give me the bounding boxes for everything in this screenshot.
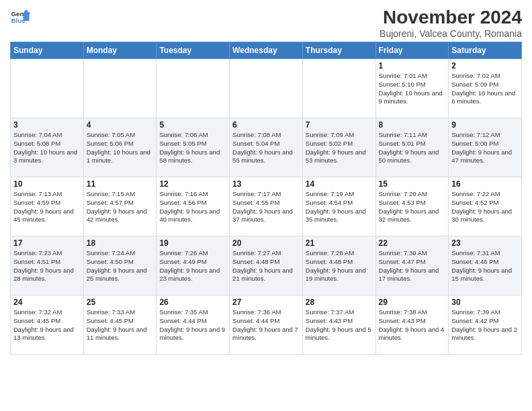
- calendar-cell: 17Sunrise: 7:23 AM Sunset: 4:51 PM Dayli…: [11, 236, 84, 295]
- calendar-cell: 19Sunrise: 7:26 AM Sunset: 4:49 PM Dayli…: [157, 236, 230, 295]
- calendar-week-3: 10Sunrise: 7:13 AM Sunset: 4:59 PM Dayli…: [11, 177, 522, 236]
- calendar-cell: [230, 59, 303, 118]
- page-subtitle: Bujoreni, Valcea County, Romania: [380, 28, 522, 39]
- day-number: 10: [13, 179, 81, 189]
- calendar-cell: 26Sunrise: 7:35 AM Sunset: 4:44 PM Dayli…: [157, 295, 230, 355]
- day-number: 3: [13, 120, 81, 130]
- calendar-cell: 28Sunrise: 7:37 AM Sunset: 4:43 PM Dayli…: [302, 295, 375, 355]
- calendar-body: 1Sunrise: 7:01 AM Sunset: 5:10 PM Daylig…: [11, 59, 522, 355]
- calendar-cell: 10Sunrise: 7:13 AM Sunset: 4:59 PM Dayli…: [11, 177, 84, 236]
- day-number: 14: [306, 179, 373, 189]
- day-number: 9: [451, 120, 519, 130]
- main-container: General Blue November 2024 Bujoreni, Val…: [0, 0, 532, 358]
- weekday-header-sunday: Sunday: [11, 42, 84, 59]
- calendar-cell: 6Sunrise: 7:08 AM Sunset: 5:04 PM Daylig…: [230, 118, 303, 177]
- day-number: 18: [87, 238, 154, 248]
- calendar-cell: 4Sunrise: 7:05 AM Sunset: 5:06 PM Daylig…: [83, 118, 157, 177]
- day-content: Sunrise: 7:01 AM Sunset: 5:10 PM Dayligh…: [379, 72, 446, 106]
- calendar-week-4: 17Sunrise: 7:23 AM Sunset: 4:51 PM Dayli…: [11, 236, 522, 295]
- day-number: 17: [13, 238, 81, 248]
- calendar-cell: 25Sunrise: 7:33 AM Sunset: 4:45 PM Dayli…: [83, 295, 157, 355]
- day-number: 27: [232, 298, 300, 307]
- calendar-cell: 23Sunrise: 7:31 AM Sunset: 4:46 PM Dayli…: [449, 236, 522, 295]
- calendar-cell: [302, 59, 375, 118]
- calendar-cell: [83, 59, 157, 118]
- day-number: 16: [451, 179, 519, 189]
- day-number: 1: [379, 61, 446, 71]
- day-content: Sunrise: 7:02 AM Sunset: 5:09 PM Dayligh…: [451, 72, 519, 106]
- day-number: 23: [451, 238, 519, 248]
- weekday-header-row: SundayMondayTuesdayWednesdayThursdayFrid…: [11, 42, 522, 59]
- calendar-cell: 21Sunrise: 7:28 AM Sunset: 4:48 PM Dayli…: [302, 236, 375, 295]
- day-content: Sunrise: 7:36 AM Sunset: 4:44 PM Dayligh…: [232, 308, 300, 342]
- calendar-cell: 30Sunrise: 7:39 AM Sunset: 4:42 PM Dayli…: [449, 295, 522, 355]
- calendar-cell: 2Sunrise: 7:02 AM Sunset: 5:09 PM Daylig…: [449, 59, 522, 118]
- day-number: 7: [306, 120, 373, 130]
- title-block: November 2024 Bujoreni, Valcea County, R…: [380, 7, 522, 39]
- calendar-header: SundayMondayTuesdayWednesdayThursdayFrid…: [11, 42, 522, 59]
- day-content: Sunrise: 7:04 AM Sunset: 5:08 PM Dayligh…: [13, 131, 81, 165]
- day-number: 6: [232, 120, 300, 130]
- day-content: Sunrise: 7:33 AM Sunset: 4:45 PM Dayligh…: [87, 308, 154, 342]
- day-content: Sunrise: 7:06 AM Sunset: 5:05 PM Dayligh…: [159, 131, 226, 165]
- day-content: Sunrise: 7:05 AM Sunset: 5:06 PM Dayligh…: [87, 131, 154, 165]
- day-number: 15: [379, 179, 446, 189]
- day-content: Sunrise: 7:26 AM Sunset: 4:49 PM Dayligh…: [159, 249, 226, 283]
- calendar-cell: [157, 59, 230, 118]
- day-number: 22: [379, 238, 446, 248]
- weekday-header-wednesday: Wednesday: [230, 42, 303, 59]
- header: General Blue November 2024 Bujoreni, Val…: [10, 7, 522, 39]
- calendar-cell: 29Sunrise: 7:38 AM Sunset: 4:43 PM Dayli…: [375, 295, 449, 355]
- calendar-cell: 16Sunrise: 7:22 AM Sunset: 4:52 PM Dayli…: [449, 177, 522, 236]
- calendar-week-5: 24Sunrise: 7:32 AM Sunset: 4:45 PM Dayli…: [11, 295, 522, 355]
- day-number: 11: [87, 179, 154, 189]
- day-content: Sunrise: 7:22 AM Sunset: 4:52 PM Dayligh…: [451, 190, 519, 224]
- calendar-cell: 15Sunrise: 7:20 AM Sunset: 4:53 PM Dayli…: [375, 177, 449, 236]
- calendar-cell: 9Sunrise: 7:12 AM Sunset: 5:00 PM Daylig…: [449, 118, 522, 177]
- calendar-cell: 5Sunrise: 7:06 AM Sunset: 5:05 PM Daylig…: [157, 118, 230, 177]
- day-content: Sunrise: 7:15 AM Sunset: 4:57 PM Dayligh…: [87, 190, 154, 224]
- weekday-header-friday: Friday: [375, 42, 449, 59]
- day-content: Sunrise: 7:28 AM Sunset: 4:48 PM Dayligh…: [306, 249, 373, 283]
- day-content: Sunrise: 7:32 AM Sunset: 4:45 PM Dayligh…: [13, 308, 81, 342]
- calendar-cell: 14Sunrise: 7:19 AM Sunset: 4:54 PM Dayli…: [302, 177, 375, 236]
- day-number: 26: [159, 298, 226, 307]
- day-content: Sunrise: 7:39 AM Sunset: 4:42 PM Dayligh…: [451, 308, 519, 342]
- logo: General Blue: [10, 7, 30, 27]
- calendar-cell: [11, 59, 84, 118]
- calendar-cell: 7Sunrise: 7:09 AM Sunset: 5:02 PM Daylig…: [302, 118, 375, 177]
- day-number: 21: [306, 238, 373, 248]
- day-content: Sunrise: 7:38 AM Sunset: 4:43 PM Dayligh…: [379, 308, 446, 342]
- calendar-cell: 11Sunrise: 7:15 AM Sunset: 4:57 PM Dayli…: [83, 177, 157, 236]
- day-content: Sunrise: 7:17 AM Sunset: 4:55 PM Dayligh…: [232, 190, 300, 224]
- day-number: 8: [379, 120, 446, 130]
- day-number: 5: [159, 120, 226, 130]
- day-content: Sunrise: 7:08 AM Sunset: 5:04 PM Dayligh…: [232, 131, 300, 165]
- day-content: Sunrise: 7:19 AM Sunset: 4:54 PM Dayligh…: [306, 190, 373, 224]
- calendar-week-2: 3Sunrise: 7:04 AM Sunset: 5:08 PM Daylig…: [11, 118, 522, 177]
- day-content: Sunrise: 7:31 AM Sunset: 4:46 PM Dayligh…: [451, 249, 519, 283]
- weekday-header-thursday: Thursday: [302, 42, 375, 59]
- logo-icon: General Blue: [10, 7, 30, 27]
- day-content: Sunrise: 7:12 AM Sunset: 5:00 PM Dayligh…: [451, 131, 519, 165]
- day-number: 24: [13, 298, 81, 307]
- day-number: 25: [87, 298, 154, 307]
- calendar-cell: 18Sunrise: 7:24 AM Sunset: 4:50 PM Dayli…: [83, 236, 157, 295]
- day-number: 19: [159, 238, 226, 248]
- weekday-header-saturday: Saturday: [449, 42, 522, 59]
- day-content: Sunrise: 7:16 AM Sunset: 4:56 PM Dayligh…: [159, 190, 226, 224]
- day-number: 30: [451, 298, 519, 307]
- calendar-table: SundayMondayTuesdayWednesdayThursdayFrid…: [10, 42, 522, 355]
- calendar-cell: 24Sunrise: 7:32 AM Sunset: 4:45 PM Dayli…: [11, 295, 84, 355]
- calendar-cell: 12Sunrise: 7:16 AM Sunset: 4:56 PM Dayli…: [157, 177, 230, 236]
- weekday-header-monday: Monday: [83, 42, 157, 59]
- weekday-header-tuesday: Tuesday: [157, 42, 230, 59]
- calendar-cell: 3Sunrise: 7:04 AM Sunset: 5:08 PM Daylig…: [11, 118, 84, 177]
- calendar-cell: 13Sunrise: 7:17 AM Sunset: 4:55 PM Dayli…: [230, 177, 303, 236]
- day-content: Sunrise: 7:20 AM Sunset: 4:53 PM Dayligh…: [379, 190, 446, 224]
- day-number: 20: [232, 238, 300, 248]
- calendar-cell: 1Sunrise: 7:01 AM Sunset: 5:10 PM Daylig…: [375, 59, 449, 118]
- day-content: Sunrise: 7:30 AM Sunset: 4:47 PM Dayligh…: [379, 249, 446, 283]
- day-content: Sunrise: 7:11 AM Sunset: 5:01 PM Dayligh…: [379, 131, 446, 165]
- day-number: 12: [159, 179, 226, 189]
